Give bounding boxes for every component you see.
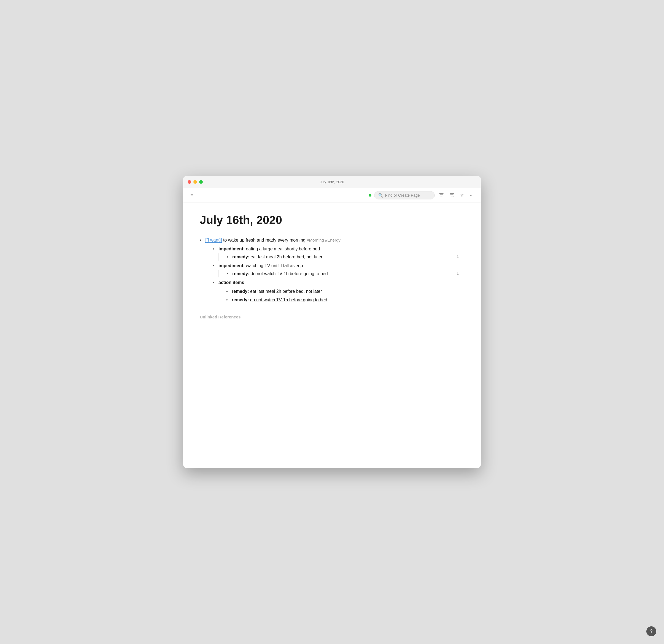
list-item: impediment: eating a large meal shortly … xyxy=(213,245,464,261)
tags: #Morning #Energy xyxy=(307,238,340,243)
bullet-rest-text: to wake up fresh and ready every morning xyxy=(223,238,307,243)
main-bullet-list: [[I want]] to wake up fresh and ready ev… xyxy=(200,236,464,304)
action-items-list: remedy: eat last meal 2h before bed, not… xyxy=(219,288,464,304)
hamburger-button[interactable]: ≡ xyxy=(189,192,194,199)
minimize-button[interactable] xyxy=(193,180,197,184)
app-window: July 16th, 2020 ≡ 🔍 Find or Create Page xyxy=(183,176,481,468)
impediment-label-2: impediment: xyxy=(219,263,245,268)
remedy-label-2: remedy: xyxy=(232,271,249,276)
toolbar-left: ≡ xyxy=(189,192,194,199)
titlebar: July 16th, 2020 xyxy=(183,176,481,188)
close-button[interactable] xyxy=(188,180,191,184)
star-icon: ☆ xyxy=(460,192,464,198)
more-button[interactable]: ··· xyxy=(469,192,475,199)
deep-nested-list-2: remedy: do not watch TV 1h before going … xyxy=(219,270,464,277)
page-title: July 16th, 2020 xyxy=(200,213,464,227)
window-title: July 16th, 2020 xyxy=(320,180,344,184)
filter-button[interactable] xyxy=(437,191,445,199)
remedy-wrapper-1: remedy: eat last meal 2h before bed, not… xyxy=(232,254,323,259)
search-placeholder: Find or Create Page xyxy=(385,193,420,198)
list-item: remedy: do not watch TV 1h before going … xyxy=(226,296,464,304)
remedy-text-2: do not watch TV 1h before going to bed xyxy=(251,271,328,276)
nested-list-1: impediment: eating a large meal shortly … xyxy=(205,245,464,304)
page-content: July 16th, 2020 [[I want]] to wake up fr… xyxy=(183,203,481,468)
unlinked-references[interactable]: Unlinked References xyxy=(200,315,464,319)
impediment-label-1: impediment: xyxy=(219,247,245,251)
search-bar[interactable]: 🔍 Find or Create Page xyxy=(374,191,435,200)
i-want-link[interactable]: [[I want]] xyxy=(205,238,222,243)
search-icon: 🔍 xyxy=(378,193,383,198)
impediment-text-2: watching TV until I fall asleep xyxy=(246,263,303,268)
action-items-label: action items xyxy=(219,280,244,285)
remedy-label-3: remedy: xyxy=(232,289,249,294)
filter-alt-button[interactable] xyxy=(448,191,456,199)
list-item: remedy: eat last meal 2h before bed, not… xyxy=(227,253,464,261)
maximize-button[interactable] xyxy=(199,180,203,184)
filter-icon xyxy=(439,192,443,198)
remedy-label-4: remedy: xyxy=(232,297,249,302)
list-item: remedy: eat last meal 2h before bed, not… xyxy=(226,288,464,295)
remedy-label-1: remedy: xyxy=(232,254,249,259)
status-dot xyxy=(369,194,371,197)
list-item: action items remedy: eat last meal 2h be… xyxy=(213,279,464,304)
remedy-text-1: eat last meal 2h before bed, not later xyxy=(251,254,323,259)
toolbar: ≡ 🔍 Find or Create Page xyxy=(183,188,481,203)
impediment-text-1: eating a large meal shortly before bed xyxy=(246,247,320,251)
traffic-lights xyxy=(188,180,203,184)
ref-count-2: 1 xyxy=(457,270,459,276)
filter-alt-icon xyxy=(450,192,454,198)
ref-count-1: 1 xyxy=(457,253,459,259)
list-item: [[I want]] to wake up fresh and ready ev… xyxy=(200,236,464,304)
deep-nested-list-1: remedy: eat last meal 2h before bed, not… xyxy=(219,253,464,261)
page-link-i-want[interactable]: [[I want]] xyxy=(205,238,223,243)
toolbar-right: 🔍 Find or Create Page xyxy=(369,191,475,200)
star-button[interactable]: ☆ xyxy=(458,191,465,199)
help-button[interactable]: ? xyxy=(646,626,656,636)
list-item: remedy: do not watch TV 1h before going … xyxy=(227,270,464,277)
list-item: impediment: watching TV until I fall asl… xyxy=(213,262,464,277)
more-icon: ··· xyxy=(470,193,474,198)
remedy-text-3: eat last meal 2h before bed, not later xyxy=(250,289,322,294)
remedy-wrapper-2: remedy: do not watch TV 1h before going … xyxy=(232,271,328,276)
hamburger-icon: ≡ xyxy=(190,193,193,198)
remedy-text-4: do not watch TV 1h before going to bed xyxy=(250,297,327,302)
